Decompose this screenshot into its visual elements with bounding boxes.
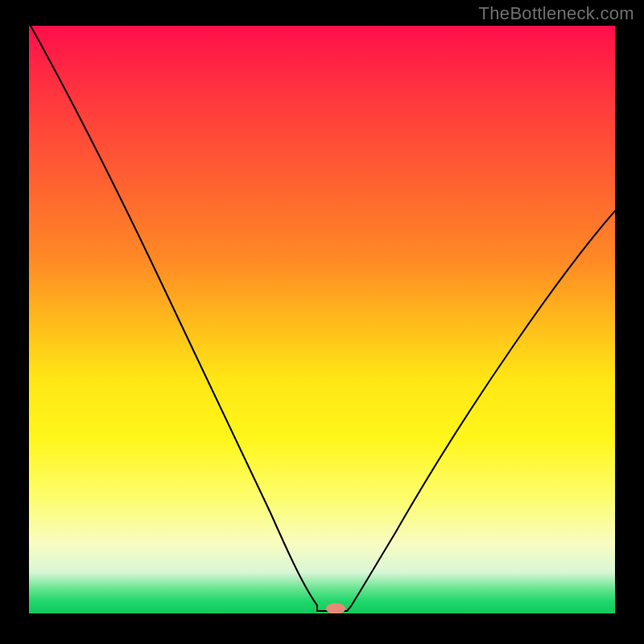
optimal-marker — [326, 603, 345, 613]
plot-area — [29, 26, 615, 613]
bottleneck-curve-path — [31, 26, 615, 611]
chart-frame: TheBottleneck.com — [0, 0, 644, 644]
watermark-text: TheBottleneck.com — [479, 3, 634, 24]
curve-svg — [29, 26, 615, 613]
